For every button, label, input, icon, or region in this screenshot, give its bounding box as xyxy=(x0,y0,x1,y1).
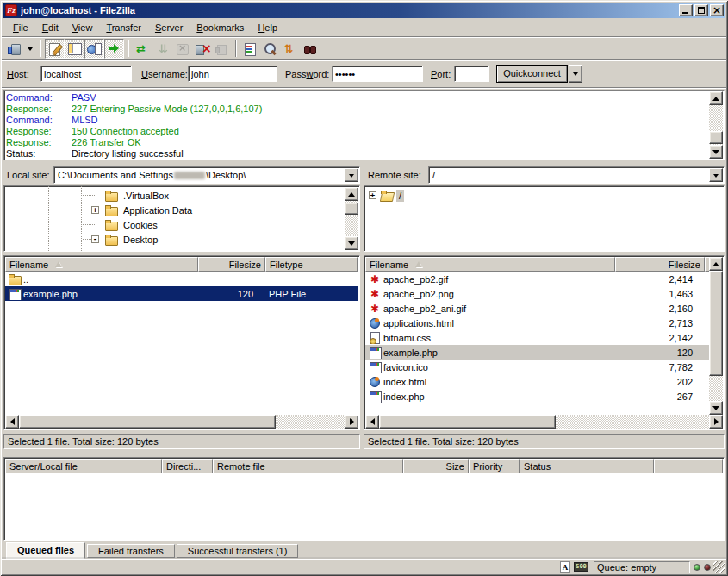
remote-list-vscrollbar[interactable] xyxy=(709,257,723,415)
toggle-remote-tree-button[interactable] xyxy=(84,39,104,59)
quickconnect-dropdown-button[interactable] xyxy=(569,65,582,83)
file-row[interactable]: apache_pb2.png1,463 xyxy=(365,286,709,301)
menu-item-file[interactable]: File xyxy=(6,21,35,35)
find-files-button[interactable] xyxy=(300,39,320,59)
scroll-up-button[interactable] xyxy=(709,257,723,271)
scroll-down-button[interactable] xyxy=(345,236,358,250)
toggle-local-tree-button[interactable] xyxy=(65,39,84,59)
menu-item-view[interactable]: View xyxy=(65,21,100,35)
file-row[interactable]: applications.html2,713 xyxy=(365,316,709,330)
file-row[interactable]: example.php120PHP File1 xyxy=(5,286,358,301)
password-input[interactable] xyxy=(332,66,423,82)
tree-item[interactable]: .VirtualBox xyxy=(5,188,345,203)
tree-item[interactable]: +Application Data xyxy=(5,203,345,217)
resize-grip[interactable] xyxy=(713,561,725,573)
file-row[interactable]: index.html202 xyxy=(365,374,709,389)
tree-item[interactable]: Cookies xyxy=(5,217,345,232)
file-row[interactable]: favicon.ico7,782 xyxy=(365,360,709,374)
column-header-size[interactable]: Size xyxy=(403,459,469,473)
remote-list-hscrollbar[interactable] xyxy=(365,415,723,429)
file-name: example.php xyxy=(23,289,78,299)
remote-site-dropdown-button[interactable] xyxy=(709,168,723,182)
username-input[interactable] xyxy=(188,66,277,82)
remote-site-combo[interactable]: / xyxy=(428,166,725,184)
file-row[interactable]: index.php267 xyxy=(365,389,709,404)
remote-tree-items: +/ xyxy=(365,188,723,250)
local-site-dropdown-button[interactable] xyxy=(345,168,358,182)
scroll-up-button[interactable] xyxy=(709,91,723,105)
php-file-icon xyxy=(369,391,381,403)
directory-listing-filters-button[interactable] xyxy=(240,39,260,59)
tree-expander-icon[interactable]: + xyxy=(369,191,376,199)
menu-item-help[interactable]: Help xyxy=(251,21,284,35)
menu-item-edit[interactable]: Edit xyxy=(35,21,65,35)
disconnect-button[interactable] xyxy=(192,39,212,59)
local-list-hscrollbar[interactable] xyxy=(5,415,358,429)
minimize-button[interactable] xyxy=(679,4,693,16)
scroll-right-button[interactable] xyxy=(345,415,358,429)
log-line: Status:Directory listing successful xyxy=(6,148,708,159)
message-log-scrollbar[interactable] xyxy=(709,91,723,159)
column-header-server-local-file[interactable]: Server/Local file xyxy=(5,459,162,473)
log-line: Response:227 Entering Passive Mode (127,… xyxy=(6,103,708,115)
column-header-status[interactable]: Status xyxy=(520,459,654,473)
remote-file-list: FilenameFilesize apache_pb2.gif2,414apac… xyxy=(364,255,725,430)
scroll-thumb[interactable] xyxy=(345,203,358,215)
column-header-filename[interactable]: Filename xyxy=(5,257,198,272)
scroll-up-button[interactable] xyxy=(345,187,358,201)
maximize-button[interactable] xyxy=(694,4,708,16)
scroll-down-button[interactable] xyxy=(709,145,723,159)
local-tree-scrollbar[interactable] xyxy=(345,187,358,250)
tree-item[interactable]: +/ xyxy=(365,188,723,203)
column-header-filename[interactable]: Filename xyxy=(365,257,615,272)
tab-queued-files[interactable]: Queued files xyxy=(6,542,85,559)
menu-item-transfer[interactable]: Transfer xyxy=(99,21,148,35)
scroll-right-button[interactable] xyxy=(709,415,723,429)
close-button[interactable] xyxy=(710,4,724,16)
file-row[interactable]: example.php120 xyxy=(365,345,709,360)
column-header-filetype[interactable]: Filetype xyxy=(265,257,358,272)
file-row[interactable]: apache_pb2_ani.gif2,160 xyxy=(365,301,709,316)
tree-expander-icon[interactable]: - xyxy=(91,235,99,243)
menu-item-server[interactable]: Server xyxy=(148,21,190,35)
toggle-message-log-button[interactable] xyxy=(45,39,65,59)
scroll-left-button[interactable] xyxy=(365,415,379,429)
column-header-filesize[interactable]: Filesize xyxy=(615,257,705,272)
file-row[interactable]: bitnami.css2,142 xyxy=(365,330,709,345)
file-row[interactable]: apache_pb2.gif2,414 xyxy=(365,272,709,286)
local-site-combo[interactable]: C:\Documents and Settings\Desktop\ xyxy=(53,166,360,184)
panel-splitter[interactable] xyxy=(360,166,364,449)
tree-item[interactable]: -Desktop xyxy=(5,232,345,247)
toggle-transfer-queue-button[interactable] xyxy=(104,39,124,59)
scroll-thumb[interactable] xyxy=(709,131,723,144)
scroll-thumb[interactable] xyxy=(709,271,723,376)
refresh-button[interactable] xyxy=(133,39,152,59)
site-manager-button[interactable] xyxy=(4,39,24,59)
host-input[interactable] xyxy=(40,66,132,82)
synchronized-browsing-button[interactable] xyxy=(280,39,300,59)
tab-failed-transfers[interactable]: Failed transfers xyxy=(87,544,175,558)
file-row[interactable]: .. xyxy=(5,272,358,286)
scroll-thumb[interactable] xyxy=(19,415,276,429)
column-header-priority[interactable]: Priority xyxy=(469,459,520,473)
scroll-left-button[interactable] xyxy=(5,415,19,429)
column-header-filesize[interactable]: Filesize xyxy=(198,257,265,272)
menu-item-bookmarks[interactable]: Bookmarks xyxy=(190,21,251,35)
tree-item-label: Application Data xyxy=(121,204,195,216)
tree-expander-icon[interactable]: + xyxy=(91,206,99,214)
tab-successful-transfers-1-[interactable]: Successful transfers (1) xyxy=(177,544,299,558)
column-header-l[interactable]: L xyxy=(358,257,358,272)
scroll-thumb[interactable] xyxy=(379,415,556,429)
php-file-icon xyxy=(9,288,21,300)
scroll-down-button[interactable] xyxy=(709,401,723,415)
remote-status-text: Selected 1 file. Total size: 120 bytes xyxy=(364,434,725,449)
compare-directories-button[interactable] xyxy=(260,39,280,59)
column-header-remote-file[interactable]: Remote file xyxy=(213,459,403,473)
port-input[interactable] xyxy=(454,66,489,82)
column-header-directi-[interactable]: Directi... xyxy=(162,459,213,473)
activity-led-green-icon xyxy=(694,564,700,571)
reconnect-button xyxy=(212,39,232,59)
quickconnect-button[interactable]: Quickconnect xyxy=(496,65,568,83)
site-manager-dropdown-button[interactable] xyxy=(24,39,35,58)
html-file-icon xyxy=(369,376,381,388)
